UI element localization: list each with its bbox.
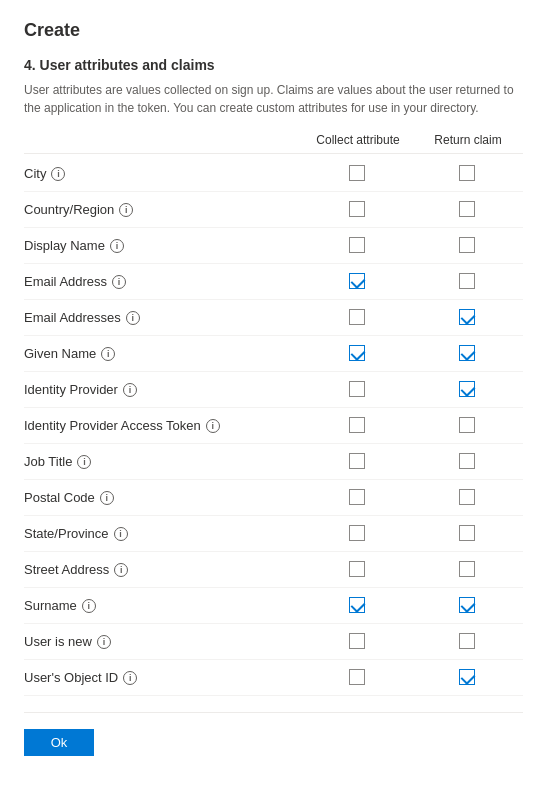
info-icon-13[interactable]: i bbox=[97, 635, 111, 649]
attr-name-11: Street Addressi bbox=[24, 562, 303, 577]
return-checkbox-cell-7 bbox=[413, 417, 523, 435]
return-checkbox-cell-14 bbox=[413, 669, 523, 687]
collect-checkbox-cell-9 bbox=[303, 489, 413, 507]
attributes-list: CityiCountry/RegioniDisplay NameiEmail A… bbox=[24, 156, 523, 696]
page-title: Create bbox=[24, 20, 523, 41]
attr-name-1: Country/Regioni bbox=[24, 202, 303, 217]
info-icon-7[interactable]: i bbox=[206, 419, 220, 433]
info-icon-11[interactable]: i bbox=[114, 563, 128, 577]
info-icon-3[interactable]: i bbox=[112, 275, 126, 289]
col-return-header: Return claim bbox=[413, 133, 523, 147]
return-checkbox-cell-10 bbox=[413, 525, 523, 543]
table-row: Street Addressi bbox=[24, 552, 523, 588]
table-row: Country/Regioni bbox=[24, 192, 523, 228]
info-icon-9[interactable]: i bbox=[100, 491, 114, 505]
table-row: Identity Provideri bbox=[24, 372, 523, 408]
return-checkbox-cell-6 bbox=[413, 381, 523, 399]
attr-name-2: Display Namei bbox=[24, 238, 303, 253]
info-icon-2[interactable]: i bbox=[110, 239, 124, 253]
page-container: Create 4. User attributes and claims Use… bbox=[0, 0, 547, 776]
table-row: State/Provincei bbox=[24, 516, 523, 552]
info-icon-10[interactable]: i bbox=[114, 527, 128, 541]
attr-name-5: Given Namei bbox=[24, 346, 303, 361]
table-row: Postal Codei bbox=[24, 480, 523, 516]
info-icon-6[interactable]: i bbox=[123, 383, 137, 397]
attr-name-4: Email Addressesi bbox=[24, 310, 303, 325]
collect-checkbox-cell-12 bbox=[303, 597, 413, 615]
collect-checkbox-cell-6 bbox=[303, 381, 413, 399]
table-row: Display Namei bbox=[24, 228, 523, 264]
ok-button[interactable]: Ok bbox=[24, 729, 94, 756]
table-row: Email Addressesi bbox=[24, 300, 523, 336]
section-description: User attributes are values collected on … bbox=[24, 81, 523, 117]
collect-checkbox-cell-5 bbox=[303, 345, 413, 363]
return-checkbox-cell-12 bbox=[413, 597, 523, 615]
table-row: Cityi bbox=[24, 156, 523, 192]
attr-name-9: Postal Codei bbox=[24, 490, 303, 505]
footer: Ok bbox=[24, 712, 523, 756]
attr-name-3: Email Addressi bbox=[24, 274, 303, 289]
collect-checkbox-cell-14 bbox=[303, 669, 413, 687]
return-checkbox-cell-0 bbox=[413, 165, 523, 183]
return-checkbox-cell-13 bbox=[413, 633, 523, 651]
info-icon-0[interactable]: i bbox=[51, 167, 65, 181]
return-checkbox-cell-3 bbox=[413, 273, 523, 291]
collect-checkbox-cell-11 bbox=[303, 561, 413, 579]
table-header: Collect attribute Return claim bbox=[24, 133, 523, 154]
collect-checkbox-cell-0 bbox=[303, 165, 413, 183]
attr-name-8: Job Titlei bbox=[24, 454, 303, 469]
info-icon-1[interactable]: i bbox=[119, 203, 133, 217]
attr-name-6: Identity Provideri bbox=[24, 382, 303, 397]
info-icon-14[interactable]: i bbox=[123, 671, 137, 685]
collect-checkbox-cell-10 bbox=[303, 525, 413, 543]
table-row: User is newi bbox=[24, 624, 523, 660]
collect-checkbox-cell-4 bbox=[303, 309, 413, 327]
attr-name-13: User is newi bbox=[24, 634, 303, 649]
col-collect-header: Collect attribute bbox=[303, 133, 413, 147]
attr-name-7: Identity Provider Access Tokeni bbox=[24, 418, 303, 433]
collect-checkbox-cell-2 bbox=[303, 237, 413, 255]
return-checkbox-cell-5 bbox=[413, 345, 523, 363]
table-row: Surnamei bbox=[24, 588, 523, 624]
info-icon-5[interactable]: i bbox=[101, 347, 115, 361]
attr-name-12: Surnamei bbox=[24, 598, 303, 613]
table-row: User's Object IDi bbox=[24, 660, 523, 696]
collect-checkbox-cell-13 bbox=[303, 633, 413, 651]
table-row: Email Addressi bbox=[24, 264, 523, 300]
attr-name-0: Cityi bbox=[24, 166, 303, 181]
return-checkbox-cell-1 bbox=[413, 201, 523, 219]
table-row: Identity Provider Access Tokeni bbox=[24, 408, 523, 444]
attr-name-14: User's Object IDi bbox=[24, 670, 303, 685]
return-checkbox-cell-9 bbox=[413, 489, 523, 507]
info-icon-12[interactable]: i bbox=[82, 599, 96, 613]
section-title: 4. User attributes and claims bbox=[24, 57, 523, 73]
table-row: Given Namei bbox=[24, 336, 523, 372]
collect-checkbox-cell-3 bbox=[303, 273, 413, 291]
attr-name-10: State/Provincei bbox=[24, 526, 303, 541]
return-checkbox-cell-11 bbox=[413, 561, 523, 579]
collect-checkbox-cell-7 bbox=[303, 417, 413, 435]
collect-checkbox-cell-8 bbox=[303, 453, 413, 471]
table-row: Job Titlei bbox=[24, 444, 523, 480]
info-icon-8[interactable]: i bbox=[77, 455, 91, 469]
return-checkbox-cell-2 bbox=[413, 237, 523, 255]
collect-checkbox-cell-1 bbox=[303, 201, 413, 219]
return-checkbox-cell-4 bbox=[413, 309, 523, 327]
return-checkbox-cell-8 bbox=[413, 453, 523, 471]
info-icon-4[interactable]: i bbox=[126, 311, 140, 325]
